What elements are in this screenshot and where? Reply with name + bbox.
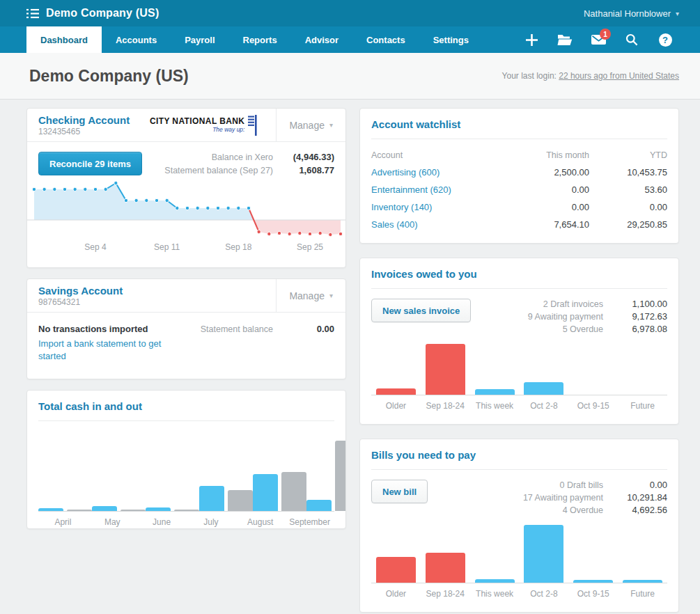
x-axis-label: This week: [470, 395, 520, 411]
checking-title-link[interactable]: Checking Account: [38, 114, 132, 127]
last-login: Your last login: 22 hours ago from Unite…: [502, 71, 679, 81]
last-login-label: Your last login:: [502, 71, 557, 81]
bar-future[interactable]: [623, 580, 662, 583]
svg-text:Sep 18: Sep 18: [225, 242, 251, 252]
tab-dashboard[interactable]: Dashboard: [26, 26, 102, 53]
account-link-advertising[interactable]: Advertising (600): [371, 167, 440, 178]
bar-older[interactable]: [376, 557, 416, 583]
invoices-title[interactable]: Invoices owed to you: [371, 268, 477, 280]
user-menu[interactable]: Nathanial Hornblower ▾: [584, 8, 679, 19]
bar-may[interactable]: [120, 510, 146, 511]
x-axis-label: August: [235, 512, 285, 527]
new-sales-invoice-button[interactable]: New sales invoice: [371, 299, 471, 322]
x-axis-label: Future: [618, 395, 667, 411]
cash-in-out-chart: AprilMayJuneJulyAugustSeptember: [27, 431, 345, 529]
x-axis-label: Oct 9-15: [568, 395, 618, 411]
balance-sparkline: Sep 4Sep 11Sep 18Sep 25: [27, 180, 346, 256]
last-login-link[interactable]: 22 hours ago from United States: [559, 71, 679, 81]
bills-to-pay-card: Bills you need to pay New bill 0 Draft b…: [359, 439, 679, 613]
checking-manage-button[interactable]: Manage ▾: [276, 109, 345, 141]
bar-group-future: [618, 344, 667, 395]
checking-account-card: Checking Account 132435465 City National…: [26, 108, 346, 268]
search-icon[interactable]: [615, 26, 648, 53]
page-title: Demo Company (US): [29, 67, 189, 86]
chevron-down-icon: ▾: [329, 121, 333, 129]
tab-advisor[interactable]: Advisor: [291, 26, 352, 53]
add-new-icon[interactable]: [515, 26, 548, 53]
bar-july[interactable]: [199, 486, 224, 511]
bar-oct-2-8[interactable]: [524, 525, 563, 583]
tab-reports[interactable]: Reports: [229, 26, 291, 53]
bar-august[interactable]: [253, 474, 278, 511]
bar-april[interactable]: [38, 508, 63, 511]
bar-group-oct-9-15: [568, 344, 618, 395]
bar-older[interactable]: [376, 388, 416, 395]
x-axis-label: Sep 18-24: [421, 583, 470, 599]
savings-manage-button[interactable]: Manage ▾: [276, 279, 345, 312]
bar-group-older: [371, 525, 421, 583]
tab-settings[interactable]: Settings: [419, 26, 483, 53]
savings-account-number: 987654321: [38, 297, 132, 307]
bar-group-april: [38, 431, 92, 511]
draft-invoices-row: 2 Draft invoices 1,100.00: [528, 299, 667, 309]
bar-april[interactable]: [67, 510, 92, 511]
x-axis-label: Sep 18-24: [421, 395, 470, 411]
bar-group-older: [371, 344, 421, 395]
bar-september[interactable]: [335, 441, 346, 511]
app-title[interactable]: Demo Company (US): [46, 7, 160, 19]
x-axis-label: Oct 2-8: [519, 395, 568, 411]
bar-july[interactable]: [228, 490, 253, 511]
x-axis-label: July: [186, 512, 235, 527]
bar-september[interactable]: [306, 500, 332, 511]
bills-aging-xlabels: OlderSep 18-24This weekOct 2-8Oct 9-15Fu…: [371, 583, 667, 599]
account-link-sales[interactable]: Sales (400): [371, 219, 417, 230]
notifications-mail-icon[interactable]: 1: [582, 26, 615, 53]
overdue-row: 4 Overdue 4,692.56: [523, 505, 667, 515]
org-list-icon[interactable]: [26, 8, 39, 19]
help-icon[interactable]: ?: [648, 26, 682, 53]
bills-title[interactable]: Bills you need to pay: [371, 449, 476, 461]
bar-oct-9-15[interactable]: [573, 580, 613, 583]
bar-this-week[interactable]: [475, 579, 515, 583]
files-folder-icon[interactable]: [548, 26, 582, 53]
reconcile-button[interactable]: Reconcile 29 items: [38, 152, 142, 175]
new-bill-button[interactable]: New bill: [371, 480, 428, 503]
bar-june[interactable]: [174, 510, 199, 511]
tab-accounts[interactable]: Accounts: [102, 26, 171, 53]
bills-aging-chart: OlderSep 18-24This weekOct 2-8Oct 9-15Fu…: [360, 525, 678, 606]
watchlist-title[interactable]: Account watchlist: [371, 118, 460, 130]
account-link-entertainment[interactable]: Entertainment (620): [371, 184, 451, 195]
bar-may[interactable]: [92, 506, 117, 511]
savings-title-link[interactable]: Savings Account: [38, 285, 132, 297]
bar-august[interactable]: [281, 472, 306, 511]
table-row: Sales (400) 7,654.10 29,250.85: [371, 216, 667, 233]
bar-sep-18-24[interactable]: [426, 344, 465, 395]
total-cash-card: Total cash in and out AprilMayJuneJulyAu…: [26, 390, 346, 529]
overdue-row: 5 Overdue 6,978.08: [528, 324, 667, 334]
checking-stats: Reconcile 29 items Balance in Xero (4,94…: [27, 142, 345, 180]
account-link-inventory[interactable]: Inventory (140): [371, 202, 432, 212]
import-statement-link[interactable]: Import a bank statement to get started: [38, 338, 171, 363]
balance-in-xero-row: Balance in Xero (4,946.33): [164, 152, 334, 162]
no-transactions-text: No transactions imported: [38, 324, 185, 334]
bank-logo-name: City National Bank: [150, 117, 245, 126]
x-axis-label: Older: [371, 395, 421, 411]
bills-aging-plot: [371, 525, 667, 583]
chevron-down-icon: ▾: [329, 292, 333, 299]
bills-summary: New bill 0 Draft bills 0.00 17 Awaiting …: [360, 470, 678, 518]
invoices-aging-plot: [371, 344, 667, 395]
bar-group-may: [92, 431, 146, 511]
bar-sep-18-24[interactable]: [426, 553, 465, 583]
total-cash-title[interactable]: Total cash in and out: [38, 400, 142, 412]
bar-group-oct-2-8: [519, 525, 568, 583]
top-bar: Demo Company (US) Nathanial Hornblower ▾: [0, 0, 700, 26]
tab-contacts[interactable]: Contacts: [352, 26, 419, 53]
bar-group-september: [306, 431, 346, 511]
tab-payroll[interactable]: Payroll: [171, 26, 228, 53]
bank-logo-tagline: The way up:: [150, 126, 245, 133]
bar-oct-2-8[interactable]: [524, 382, 563, 395]
bar-group-august: [253, 431, 306, 511]
x-axis-label: Oct 9-15: [568, 583, 618, 599]
bar-this-week[interactable]: [475, 389, 515, 395]
bar-june[interactable]: [146, 507, 171, 511]
